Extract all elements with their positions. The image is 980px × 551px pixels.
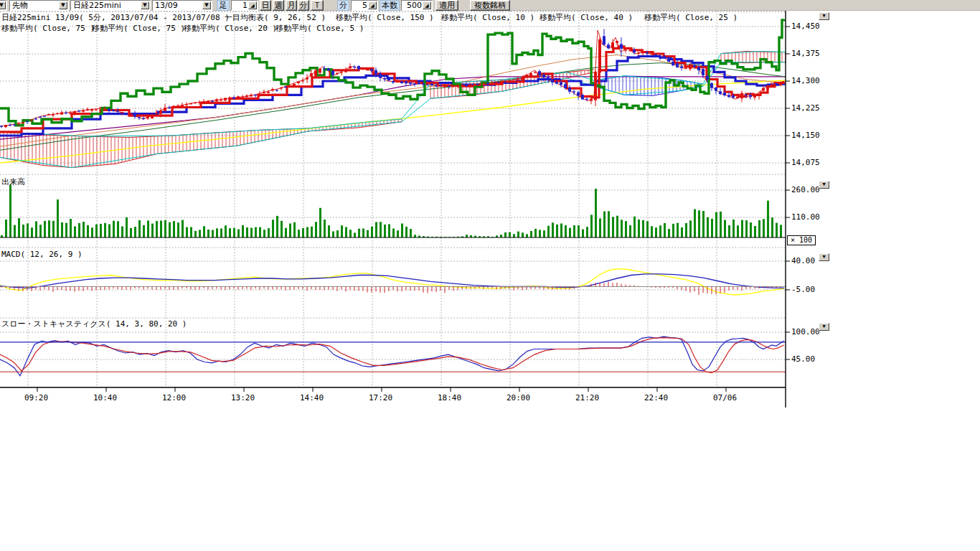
count-stepper[interactable]: 500 ◢ bbox=[401, 0, 433, 11]
volume-bar bbox=[414, 235, 416, 237]
period-month-button[interactable]: 月 bbox=[286, 0, 297, 11]
period-tick-button[interactable]: Ｔ bbox=[311, 0, 324, 11]
volume-bar bbox=[380, 222, 382, 237]
candle bbox=[258, 94, 261, 95]
volume-bar bbox=[225, 225, 227, 237]
volume-bar bbox=[392, 228, 395, 237]
contract-select[interactable]: 13/09 ▼ bbox=[152, 0, 212, 11]
candle bbox=[512, 81, 515, 82]
candle bbox=[732, 95, 735, 98]
apply-button[interactable]: 適用 bbox=[435, 0, 458, 11]
candle bbox=[241, 97, 244, 98]
volume-bar bbox=[182, 220, 184, 237]
volume-bar bbox=[573, 225, 575, 237]
volume-bar bbox=[599, 219, 601, 237]
volume-bar bbox=[65, 223, 67, 237]
volume-bar bbox=[276, 216, 278, 237]
volume-bar bbox=[401, 224, 403, 237]
candle bbox=[99, 108, 102, 108]
candle bbox=[327, 69, 330, 71]
volume-bar bbox=[255, 227, 257, 237]
volume-bar bbox=[74, 226, 76, 237]
chevron-down-icon[interactable]: ▼ bbox=[0, 1, 6, 9]
y-axis-label: 100.00 bbox=[791, 327, 820, 336]
volume-bar bbox=[186, 227, 188, 237]
volume-bar bbox=[203, 226, 205, 237]
x-axis-label: 20:00 bbox=[507, 393, 530, 402]
volume-bar bbox=[728, 225, 730, 237]
volume-bar bbox=[212, 230, 214, 237]
volume-bar bbox=[100, 224, 102, 237]
volume-bar bbox=[633, 217, 636, 237]
volume-bar bbox=[595, 189, 597, 237]
volume-bar bbox=[44, 221, 46, 237]
candle bbox=[43, 116, 46, 117]
volume-bar bbox=[625, 221, 627, 237]
candle bbox=[86, 109, 89, 110]
candle bbox=[422, 84, 425, 85]
candle bbox=[672, 62, 674, 65]
pane-collapse-button[interactable]: ▼ bbox=[819, 323, 829, 331]
chevron-down-icon[interactable]: ▼ bbox=[202, 1, 211, 9]
multi-symbol-button[interactable]: 複数銘柄 bbox=[470, 0, 510, 11]
candle bbox=[164, 108, 166, 111]
candle bbox=[103, 109, 106, 110]
candle bbox=[727, 95, 730, 97]
candle bbox=[379, 73, 382, 77]
candle bbox=[715, 88, 717, 91]
candle bbox=[340, 72, 343, 73]
period-minute-button[interactable]: 分 bbox=[298, 0, 309, 11]
candle bbox=[418, 83, 420, 84]
macd-yellow bbox=[0, 269, 784, 295]
minute-stepper[interactable]: 5 ◢ bbox=[351, 0, 378, 11]
volume-bar bbox=[190, 227, 192, 237]
spinner-icon[interactable]: ◢ bbox=[423, 1, 431, 9]
candle bbox=[448, 85, 451, 86]
chart-canvas[interactable] bbox=[0, 11, 980, 551]
spinner-icon[interactable]: ◢ bbox=[368, 1, 377, 9]
candle bbox=[529, 73, 532, 77]
category-select[interactable]: 先物 ▼ bbox=[9, 0, 69, 11]
symbol-select[interactable]: 日経225mini ▼ bbox=[70, 0, 151, 11]
legend-indicator: 移動平均( Close, 5 ) bbox=[275, 23, 364, 34]
candle bbox=[405, 81, 407, 83]
candle bbox=[181, 105, 184, 106]
period-week-button[interactable]: 週 bbox=[273, 0, 284, 11]
chevron-down-icon[interactable]: ▼ bbox=[59, 1, 67, 9]
x-axis-label: 17:20 bbox=[369, 393, 392, 402]
legend-indicator: 日経225mini 13/09( 5分, 2013/07/04 - 2013/0… bbox=[1, 12, 230, 23]
x-axis-label: 13:20 bbox=[231, 393, 255, 402]
volume-bar bbox=[569, 228, 571, 237]
candle bbox=[521, 77, 524, 80]
bar-count-stepper[interactable]: 1 ◢ bbox=[231, 0, 258, 11]
volume-bar bbox=[556, 225, 558, 237]
candle bbox=[426, 85, 429, 85]
volume-bar bbox=[263, 230, 265, 237]
pane-collapse-button[interactable]: ▼ bbox=[819, 181, 829, 189]
volume-bar bbox=[560, 224, 562, 237]
chevron-down-icon[interactable]: ▼ bbox=[141, 1, 149, 9]
volume-bar bbox=[336, 230, 339, 237]
candle bbox=[194, 103, 197, 103]
pane-collapse-button[interactable]: ▼ bbox=[819, 253, 829, 261]
candle bbox=[646, 52, 649, 53]
spinner-icon[interactable]: ◢ bbox=[248, 1, 257, 9]
partial-combo[interactable]: ▼ bbox=[0, 0, 7, 11]
pane-collapse-button[interactable]: ▼ bbox=[819, 12, 829, 20]
candle bbox=[663, 56, 666, 58]
volume-bar bbox=[9, 185, 11, 237]
candle bbox=[560, 83, 562, 85]
candle bbox=[168, 108, 171, 108]
candle bbox=[232, 98, 235, 99]
volume-bar bbox=[48, 220, 50, 237]
volume-bar bbox=[677, 223, 679, 237]
candle bbox=[30, 120, 33, 121]
volume-bar bbox=[737, 225, 739, 237]
candle bbox=[306, 77, 308, 79]
candle bbox=[469, 85, 472, 85]
period-day-button[interactable]: 日 bbox=[260, 0, 271, 11]
candle bbox=[439, 85, 442, 85]
volume-bar bbox=[332, 231, 334, 237]
candle bbox=[590, 99, 593, 101]
volume-bar bbox=[302, 228, 304, 237]
